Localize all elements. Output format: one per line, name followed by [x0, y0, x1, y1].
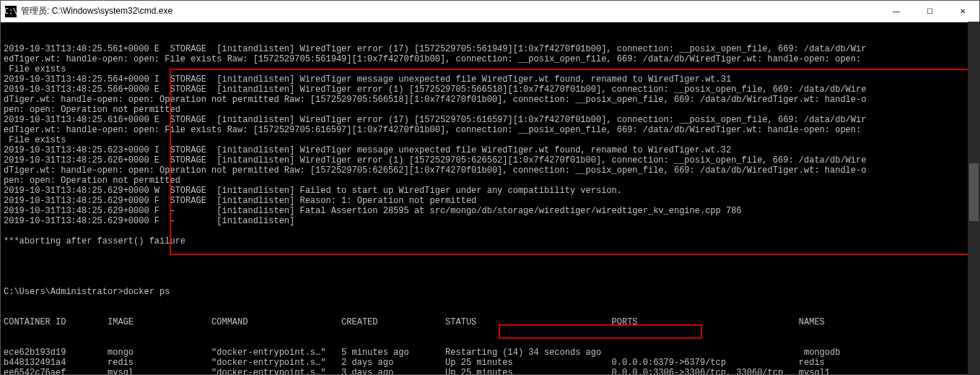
table-header: CONTAINER ID IMAGE COMMAND CREATED STATU…: [4, 317, 976, 327]
table-row: ece62b193d19 mongo "docker-entrypoint.s……: [4, 348, 976, 358]
window-title: 管理员: C:\Windows\system32\cmd.exe: [21, 5, 880, 17]
log-line: dTiger.wt: handle-open: open: Operation …: [4, 95, 976, 105]
log-line: [4, 257, 976, 267]
log-line: [4, 226, 976, 236]
log-line: 2019-10-31T13:48:25.626+0000 E STORAGE […: [4, 155, 976, 165]
log-line: 2019-10-31T13:48:25.623+0000 I STORAGE […: [4, 145, 976, 155]
log-line: pen: open: Operation not permitted: [4, 105, 976, 115]
log-line: File exists: [4, 135, 976, 145]
log-line: ***aborting after fassert() failure: [4, 236, 976, 246]
log-line: 2019-10-31T13:48:25.566+0000 E STORAGE […: [4, 85, 976, 95]
titlebar[interactable]: C:\ 管理员: C:\Windows\system32\cmd.exe — ☐…: [1, 1, 979, 22]
scrollbar[interactable]: [968, 22, 980, 375]
cmd-window: C:\ 管理员: C:\Windows\system32\cmd.exe — ☐…: [0, 0, 980, 375]
log-line: pen: open: Operation not permitted: [4, 176, 976, 186]
log-line: File exists: [4, 64, 976, 74]
log-line: 2019-10-31T13:48:25.629+0000 F STORAGE […: [4, 196, 976, 206]
prompt-line-1: C:\Users\Administrator>docker ps: [4, 287, 976, 297]
prompt-path: C:\Users\Administrator>: [4, 287, 123, 297]
log-line: edTiger.wt: handle-open: open: File exis…: [4, 125, 976, 135]
cmd-icon: C:\: [5, 6, 17, 17]
log-line: 2019-10-31T13:48:25.564+0000 I STORAGE […: [4, 74, 976, 85]
log-line: 2019-10-31T13:48:25.616+0000 E STORAGE […: [4, 115, 976, 125]
window-controls: — ☐ ✕: [880, 1, 979, 22]
log-line: 2019-10-31T13:48:25.629+0000 F - [initan…: [4, 216, 976, 226]
log-line: dTiger.wt: handle-open: open: Operation …: [4, 165, 976, 176]
maximize-button[interactable]: ☐: [913, 1, 946, 22]
log-line: 2019-10-31T13:48:25.561+0000 E STORAGE […: [4, 44, 976, 54]
table-row: b448132491a4 redis "docker-entrypoint.s……: [4, 358, 976, 368]
log-line: 2019-10-31T13:48:25.629+0000 F - [initan…: [4, 206, 976, 216]
scroll-thumb[interactable]: [969, 163, 979, 221]
table-body: ece62b193d19 mongo "docker-entrypoint.s……: [4, 348, 976, 374]
log-output: 2019-10-31T13:48:25.561+0000 E STORAGE […: [4, 44, 976, 267]
table-row: ee6542c76aef mysql "docker-entrypoint.s……: [4, 368, 976, 374]
log-line: 2019-10-31T13:48:25.629+0000 W STORAGE […: [4, 186, 976, 196]
terminal-output[interactable]: 2019-10-31T13:48:25.561+0000 E STORAGE […: [1, 22, 979, 374]
log-line: [4, 246, 976, 257]
entered-command: docker ps: [123, 287, 170, 297]
minimize-button[interactable]: —: [880, 1, 913, 22]
close-button[interactable]: ✕: [946, 1, 979, 22]
log-line: edTiger.wt: handle-open: open: File exis…: [4, 54, 976, 64]
